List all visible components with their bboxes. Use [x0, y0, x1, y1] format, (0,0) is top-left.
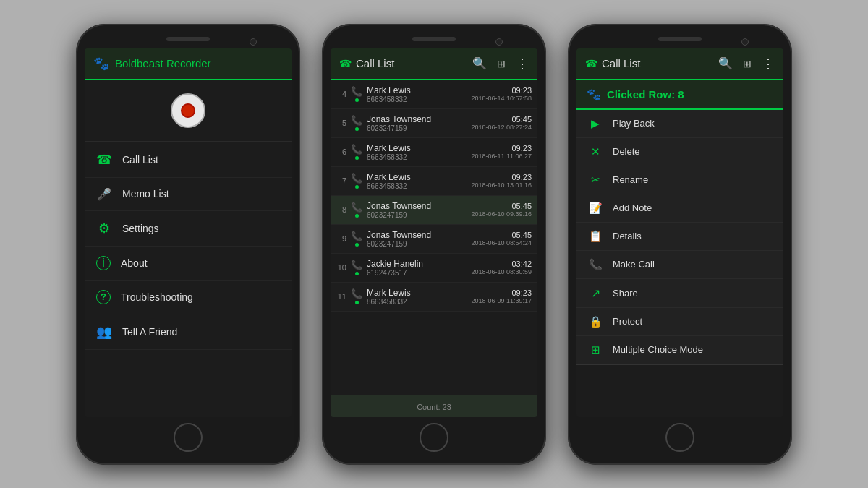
play-back-label: Play Back — [613, 118, 655, 129]
call-info-4: Mark Lewis 8663458332 — [367, 85, 467, 103]
details-label: Details — [613, 231, 642, 241]
multiple-choice-label: Multiple Choice Mode — [613, 344, 703, 355]
call-row-6[interactable]: 6 📞 Mark Lewis 8663458332 09:23 2018-06-… — [331, 138, 537, 167]
header-icons: 🔍 ⊞ ⋮ — [472, 56, 529, 72]
settings-label: Settings — [122, 223, 159, 234]
memo-list-label: Memo List — [122, 188, 169, 200]
call-icon-4: 📞 — [351, 86, 362, 102]
phone-speaker-2 — [412, 37, 456, 41]
ctx-header-title: Call List — [602, 57, 714, 69]
row-num-4: 4 — [336, 90, 346, 98]
multiple-choice-icon: ⊞ — [588, 343, 603, 356]
app-title: Boldbeast Recorder — [115, 57, 211, 69]
tell-friend-label: Tell A Friend — [122, 326, 177, 338]
sidebar-item-about[interactable]: i About — [85, 247, 292, 281]
phone-screen-3: ☎ Call List 🔍 ⊞ ⋮ 5 📞 05:45...15 6 📞 — [576, 48, 783, 417]
ctx-call-list-header: ☎ Call List 🔍 ⊞ ⋮ — [576, 48, 783, 80]
tell-friend-icon: 👥 — [96, 324, 112, 340]
context-overlay: 5 📞 05:45...15 6 📞 09:23...27 🐾 Clicked … — [576, 80, 783, 417]
details-icon: 📋 — [588, 230, 603, 243]
phone-camera-3 — [741, 38, 749, 46]
sidebar-item-call-list[interactable]: ☎ Call List — [85, 142, 292, 178]
ctx-play-back[interactable]: ▶ Play Back — [576, 110, 783, 138]
delete-label: Delete — [613, 146, 640, 157]
ctx-share[interactable]: ↗ Share — [576, 279, 783, 308]
make-call-icon: 📞 — [588, 258, 603, 271]
add-note-label: Add Note — [613, 202, 652, 213]
call-list-label: Call List — [122, 154, 158, 166]
home-bar-3[interactable] — [665, 423, 694, 452]
call-row-8[interactable]: 8 📞 Jonas Townsend 6023247159 05:45 2018… — [331, 196, 537, 225]
sidebar-item-tell-a-friend[interactable]: 👥 Tell A Friend — [85, 314, 292, 350]
troubleshooting-label: Troubleshooting — [121, 291, 193, 303]
troubleshooting-icon: ? — [96, 290, 111, 304]
call-list-title: Call List — [356, 57, 468, 69]
phone-screen-2: ☎ Call List 🔍 ⊞ ⋮ 4 📞 Mark Lewis 8663458… — [331, 48, 537, 417]
call-time-4: 09:23 2018-06-14 10:57:58 — [471, 86, 532, 102]
ctx-grid-icon[interactable]: ⊞ — [743, 58, 752, 69]
phone-header-icon: ☎ — [339, 58, 352, 69]
rename-icon: ✂ — [588, 174, 603, 187]
sidebar-item-settings[interactable]: ⚙ Settings — [85, 211, 292, 247]
ctx-delete[interactable]: ✕ Delete — [576, 138, 783, 166]
settings-icon: ⚙ — [96, 221, 112, 236]
context-menu-title-row: 🐾 Clicked Row: 8 — [576, 80, 783, 110]
phone-speaker-1 — [166, 37, 210, 41]
rename-label: Rename — [613, 174, 648, 185]
phone-3: ☎ Call List 🔍 ⊞ ⋮ 5 📞 05:45...15 6 📞 — [568, 24, 792, 465]
protect-label: Protect — [613, 316, 642, 327]
share-icon: ↗ — [588, 286, 603, 300]
ctx-search-icon[interactable]: 🔍 — [718, 56, 733, 70]
call-row-7[interactable]: 7 📞 Mark Lewis 8663458332 09:23 2018-06-… — [331, 167, 537, 196]
ctx-make-call[interactable]: 📞 Make Call — [576, 251, 783, 279]
call-row-9[interactable]: 9 📞 Jonas Townsend 6023247159 05:45 2018… — [331, 225, 537, 254]
phone-1: 🐾 Boldbeast Recorder ☎ Call List 🎤 Memo … — [76, 24, 300, 465]
call-row-11[interactable]: 11 📞 Mark Lewis 8663458332 09:23 2018-06… — [331, 283, 537, 312]
ctx-add-note[interactable]: 📝 Add Note — [576, 194, 783, 223]
record-button[interactable] — [171, 93, 205, 128]
memo-list-icon: 🎤 — [96, 187, 112, 201]
context-menu-title-text: Clicked Row: 8 — [607, 88, 684, 100]
ctx-rename[interactable]: ✂ Rename — [576, 166, 783, 194]
more-icon[interactable]: ⋮ — [516, 56, 529, 72]
delete-icon: ✕ — [588, 145, 603, 158]
call-list-header: ☎ Call List 🔍 ⊞ ⋮ — [331, 48, 537, 80]
paw-icon: 🐾 — [93, 56, 109, 72]
record-inner — [181, 103, 195, 118]
phone-header-icon-3: ☎ — [585, 58, 597, 69]
call-count-text: Count: 23 — [417, 403, 451, 411]
ctx-details[interactable]: 📋 Details — [576, 223, 783, 251]
play-back-icon: ▶ — [588, 117, 603, 130]
ctx-more-icon[interactable]: ⋮ — [762, 56, 775, 72]
home-bar-1[interactable] — [174, 423, 203, 452]
search-icon[interactable]: 🔍 — [472, 56, 487, 70]
phone-screen-1: 🐾 Boldbeast Recorder ☎ Call List 🎤 Memo … — [85, 48, 292, 417]
grid-icon[interactable]: ⊞ — [497, 58, 506, 69]
call-list-icon: ☎ — [96, 152, 112, 168]
about-label: About — [121, 257, 148, 269]
call-count-bar: Count: 23 — [331, 395, 537, 417]
phone-camera-2 — [495, 38, 503, 46]
about-icon: i — [96, 256, 111, 270]
phone-2: ☎ Call List 🔍 ⊞ ⋮ 4 📞 Mark Lewis 8663458… — [322, 24, 546, 465]
protect-icon: 🔒 — [588, 315, 603, 328]
ctx-header-icons: 🔍 ⊞ ⋮ — [718, 56, 775, 72]
call-row-5[interactable]: 5 📞 Jonas Townsend 6023247159 05:45 2018… — [331, 109, 537, 138]
ctx-multiple-choice[interactable]: ⊞ Multiple Choice Mode — [576, 336, 783, 364]
menu-list: ☎ Call List 🎤 Memo List ⚙ Settings i Abo… — [85, 142, 292, 417]
add-note-icon: 📝 — [588, 202, 603, 215]
ctx-protect[interactable]: 🔒 Protect — [576, 308, 783, 336]
call-row-4[interactable]: 4 📞 Mark Lewis 8663458332 09:23 2018-06-… — [331, 80, 537, 109]
menu-header: 🐾 Boldbeast Recorder — [85, 48, 292, 80]
share-label: Share — [613, 288, 638, 299]
sidebar-item-memo-list[interactable]: 🎤 Memo List — [85, 178, 292, 211]
home-bar-2[interactable] — [420, 423, 448, 452]
call-list-content: 4 📞 Mark Lewis 8663458332 09:23 2018-06-… — [331, 80, 537, 395]
sidebar-item-troubleshooting[interactable]: ? Troubleshooting — [85, 281, 292, 314]
context-menu: 🐾 Clicked Row: 8 ▶ Play Back ✕ Delete ✂ … — [576, 80, 783, 365]
phone-camera-1 — [250, 38, 257, 46]
call-row-10[interactable]: 10 📞 Jackie Hanelin 6192473517 03:42 201… — [331, 254, 537, 283]
record-area — [85, 80, 292, 142]
make-call-label: Make Call — [613, 259, 655, 270]
phone-speaker-3 — [658, 37, 702, 41]
